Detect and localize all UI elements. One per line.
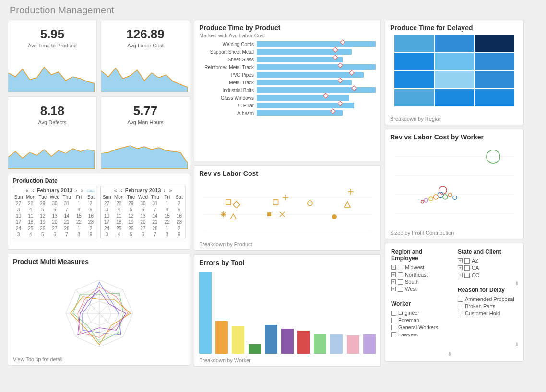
calendar-day[interactable]: 1: [73, 200, 85, 207]
calendar-day[interactable]: 17: [12, 219, 24, 225]
checkbox[interactable]: [458, 297, 463, 302]
calendar-day[interactable]: 15: [73, 213, 85, 219]
bubble-point[interactable]: [453, 196, 457, 199]
calendar-day[interactable]: 30: [137, 200, 149, 207]
checkbox[interactable]: [398, 287, 403, 292]
expand-icon[interactable]: +: [458, 265, 463, 270]
calendar-day[interactable]: 16: [173, 213, 185, 219]
checkbox[interactable]: [458, 311, 463, 316]
calendar-day[interactable]: 12: [125, 213, 137, 219]
bubble-point[interactable]: [448, 193, 452, 197]
calendar-day[interactable]: 28: [149, 225, 161, 231]
calendar-day[interactable]: 26: [36, 225, 48, 231]
heatmap-cell[interactable]: [435, 71, 474, 88]
scroll-down-icon[interactable]: ⇩: [515, 342, 519, 347]
filter-item[interactable]: +AZ: [458, 258, 518, 264]
calendar-day[interactable]: 29: [125, 200, 137, 207]
radar-card[interactable]: Product Multi Measures: [8, 254, 190, 366]
bar-row[interactable]: Reinforced Metal Track: [199, 64, 376, 70]
calendar-day[interactable]: 24: [101, 225, 113, 231]
calendar-day[interactable]: 2: [173, 225, 185, 231]
calendar-day[interactable]: 3: [12, 231, 24, 238]
calendar-day[interactable]: 9: [85, 231, 97, 238]
error-bar[interactable]: [330, 334, 343, 354]
calendar-day[interactable]: 4: [113, 231, 125, 238]
calendar-day[interactable]: 8: [161, 231, 173, 238]
calendar-day[interactable]: 30: [48, 200, 60, 207]
scatter-point[interactable]: [348, 189, 354, 195]
bubble-point[interactable]: [429, 197, 433, 201]
calendar-day[interactable]: 13: [137, 213, 149, 219]
calendar-day[interactable]: 4: [24, 207, 36, 213]
calendar-day[interactable]: 7: [61, 231, 73, 238]
errors-card[interactable]: Errors by Tool Breakdown by Worker: [194, 254, 381, 367]
bar-row[interactable]: PVC Pipes: [199, 72, 376, 78]
calendar-day[interactable]: 11: [113, 213, 125, 219]
calendar-day[interactable]: 3: [12, 207, 24, 213]
calendar-day[interactable]: 5: [125, 207, 137, 213]
calendar-day[interactable]: 27: [137, 225, 149, 231]
calendar-day[interactable]: 8: [73, 207, 85, 213]
checkbox[interactable]: [391, 318, 396, 323]
calendar-day[interactable]: 8: [73, 231, 85, 238]
calendar-day[interactable]: 3: [101, 207, 113, 213]
calendar-day[interactable]: 6: [48, 207, 60, 213]
error-bar[interactable]: [215, 321, 228, 354]
prev-year-icon[interactable]: «: [25, 188, 30, 193]
heatmap-cell[interactable]: [394, 89, 434, 106]
calendar-day[interactable]: 6: [48, 231, 60, 238]
filter-item[interactable]: +West: [391, 286, 451, 292]
calendar-day[interactable]: 17: [101, 219, 113, 225]
range-icon[interactable]: ▭▭: [86, 188, 95, 193]
calendar-day[interactable]: 31: [149, 200, 161, 207]
next-month-icon[interactable]: ›: [163, 188, 166, 193]
bubble-card[interactable]: Rev vs Labor Cost by Worker Sized by Pro…: [385, 129, 524, 239]
calendar-day[interactable]: 16: [85, 213, 97, 219]
prev-month-icon[interactable]: ‹: [31, 188, 35, 193]
calendar-day[interactable]: 6: [137, 207, 149, 213]
calendar-day[interactable]: 29: [36, 200, 48, 207]
expand-icon[interactable]: +: [391, 287, 396, 291]
heatmap-cell[interactable]: [394, 71, 434, 88]
scatter-point[interactable]: [221, 211, 226, 217]
bar-row[interactable]: A beam: [199, 110, 376, 116]
calendar-day[interactable]: 23: [173, 219, 185, 225]
calendar-day[interactable]: 10: [12, 213, 24, 219]
calendar-day[interactable]: 2: [173, 200, 185, 207]
bubble-point[interactable]: [424, 198, 428, 202]
calendar-day[interactable]: 6: [137, 231, 149, 238]
error-bar[interactable]: [314, 334, 326, 354]
bubble-point[interactable]: [433, 195, 438, 199]
calendar-day[interactable]: 18: [113, 219, 125, 225]
calendar-day[interactable]: 21: [149, 219, 161, 225]
calendar-day[interactable]: 5: [125, 231, 137, 238]
expand-icon[interactable]: +: [391, 272, 396, 277]
filter-item[interactable]: Customer Hold: [458, 311, 518, 316]
calendar-day[interactable]: 22: [161, 219, 173, 225]
checkbox[interactable]: [464, 265, 470, 271]
next-month-icon[interactable]: ›: [74, 188, 78, 193]
calendar-day[interactable]: 23: [85, 219, 97, 225]
checkbox[interactable]: [464, 273, 470, 278]
kpi-card-time-to-produce[interactable]: 5.95 Avg Time to Produce: [8, 20, 97, 92]
next-year-icon[interactable]: »: [80, 188, 85, 193]
calendar-day[interactable]: 7: [149, 231, 161, 238]
checkbox[interactable]: [398, 272, 403, 277]
calendar-day[interactable]: 21: [61, 219, 73, 225]
rev-vs-labor-card[interactable]: Rev vs Labor Cost Breakdown by Product: [194, 165, 381, 251]
scatter-point[interactable]: [233, 201, 240, 208]
heatmap-cell[interactable]: [394, 35, 434, 52]
next-year-icon[interactable]: »: [168, 188, 173, 193]
scatter-point[interactable]: [230, 214, 236, 219]
scatter-point[interactable]: [267, 212, 271, 216]
calendar-day[interactable]: 14: [61, 213, 73, 219]
bar-row[interactable]: Sheet Glass: [199, 57, 376, 62]
filter-item[interactable]: Broken Parts: [458, 303, 518, 309]
calendar-day[interactable]: 14: [149, 213, 161, 219]
calendar-day[interactable]: 31: [61, 200, 73, 207]
heatmap-card[interactable]: Produce Time for Delayed Breakdown by Re…: [385, 20, 524, 125]
checkbox[interactable]: [391, 332, 396, 337]
bar-row[interactable]: Support Sheet Metal: [199, 49, 376, 55]
calendar-day[interactable]: 1: [161, 200, 173, 207]
bar-row[interactable]: Metal Track: [199, 80, 376, 85]
